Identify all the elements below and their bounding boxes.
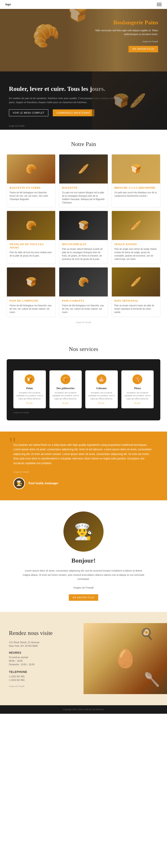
bread-card-image: 🍞 xyxy=(59,211,108,240)
footer: Copyright 2020. Click to edit the Text E… xyxy=(0,705,167,714)
rendez-image: 🥚 🥄 🍳 xyxy=(83,623,167,694)
bread-card-body: Seiglé Danois Pain de seigle avec farine… xyxy=(112,240,160,264)
service-card: 🎂 Gâteaux Excepteur sint occaecat cupida… xyxy=(85,370,118,408)
heures-detail-2: 08:00 – 18:00 xyxy=(9,659,75,663)
bread-card-title: Brioche à la Cardamome xyxy=(115,186,158,190)
testimonial-author: 👨‍🍳 Paul Smith, boulanger xyxy=(13,477,154,489)
hero-title: Boulangerie Pains xyxy=(87,19,158,26)
service-text: Excepteur sint occaecat cupidatat non pr… xyxy=(88,391,115,401)
dark-banner-credit: Image de Freepik xyxy=(9,125,25,127)
hero-cta-button[interactable]: EN SAVOIR PLUS xyxy=(128,46,158,53)
service-icon: 🥐 xyxy=(60,374,70,384)
bread-card-image: 🍞 xyxy=(112,154,160,184)
bread-card-image: 🥐 xyxy=(7,211,55,240)
telephone-2: 1 (234) 567-891 xyxy=(9,678,75,682)
quote-mark: " xyxy=(9,438,16,449)
bread-card: 🥐 Pain Ciabatta Farine de blé biologique… xyxy=(59,267,108,317)
bonjour-credit: Images de Freepik xyxy=(21,586,146,590)
service-link[interactable]: PLUS xyxy=(124,402,151,404)
bread-card-image: 🥖 xyxy=(59,154,108,184)
nos-services-title: Nos services xyxy=(7,346,160,352)
testimonial-section: " Our pastries are baked fresh on a dail… xyxy=(0,432,167,500)
service-card: 🍕 Pizza Excepteur sint occaecat cupidata… xyxy=(121,370,154,408)
rendez-right: 🥚 🥄 🍳 xyxy=(83,623,167,694)
service-icon: 🍕 xyxy=(132,374,142,384)
bread-card-text: Un petit pain sucré très élastique non d… xyxy=(115,191,158,197)
bread-card-title: Baguette xyxy=(62,186,105,190)
bread-card: 🥖 Seiglé Danois Pain de seigle avec fari… xyxy=(112,211,160,264)
service-title: Gâteaux xyxy=(88,386,115,390)
testimonial-credit: Image de Freepik xyxy=(13,471,154,473)
author-name: Paul Smith, boulanger xyxy=(29,482,58,485)
bread-card-text: Farine de blé biologique non blanchie, l… xyxy=(9,191,52,201)
dark-banner-section: 🍞🥖 Rouler, lever et cuire. Tous les jour… xyxy=(0,71,167,130)
notre-pain-credit: Image de Freepik xyxy=(7,321,160,323)
services-background: 🍞 Pains Excepteur sint occaecat cupidata… xyxy=(7,359,160,421)
bread-card: 🍞 Multicéréales Pain au levain naturel f… xyxy=(59,211,108,264)
bread-card-body: Pain Ciabatta Farine de blé biologique n… xyxy=(59,297,108,316)
service-text: Excepteur sint occaecat cupidatat non pr… xyxy=(124,391,151,401)
service-link[interactable]: PLUS xyxy=(88,402,115,404)
bread-card: 🥖 Baguette Ce pain est son naturel désig… xyxy=(59,154,108,207)
services-credit: Image de Freepik xyxy=(13,411,154,414)
services-grid: 🍞 Pains Excepteur sint occaecat cupidata… xyxy=(13,370,154,408)
service-icon: 🍞 xyxy=(25,374,35,384)
bread-card-title: Pain Artisanal xyxy=(115,299,158,303)
bonjour-title: Bonjour! xyxy=(21,557,146,564)
service-title: Des pâtisseries xyxy=(52,386,79,390)
bread-card-title: Pain de Campagne xyxy=(9,299,52,303)
rendez-visite-section: Rendez nous visite 121 Rock Street, 21 A… xyxy=(0,612,167,705)
bread-card-image: 🥐 xyxy=(59,268,108,297)
rendez-inner: Rendez nous visite 121 Rock Street, 21 A… xyxy=(0,623,167,694)
bread-card-text: Farine de blé biologique non blanchie, e… xyxy=(9,304,52,314)
author-info: Paul Smith, boulanger xyxy=(29,482,58,485)
service-link[interactable]: PLUS xyxy=(16,402,43,404)
telephone-label: TELEPHONE xyxy=(9,671,75,674)
order-now-button[interactable]: COMMANDEZ MAINTENANT xyxy=(53,110,94,116)
bread-card: 🥐 Baguette en verre Farine de blé biolog… xyxy=(7,154,55,207)
bonjour-cta-button[interactable]: EN SAVOIR PLUS xyxy=(69,594,98,601)
bread-card-image: 🍞 xyxy=(7,268,55,297)
hero-content: Boulangerie Pains Nibh venenatis sed fel… xyxy=(87,19,158,52)
bread-card-text: Ce pain est son naturel désigné est la p… xyxy=(62,191,105,204)
bread-card-body: Français de Tous les Jours Pain de table… xyxy=(7,240,55,260)
bread-card-text: Farine de blé biologique non blanchie, e… xyxy=(62,304,105,314)
hero-description: Nibh venenatis sed felis eget velit aliq… xyxy=(87,29,158,36)
notre-pain-title: Notre Pain xyxy=(7,141,160,148)
notre-pain-section: Notre Pain 🥐 Baguette en verre Farine de… xyxy=(0,130,167,335)
hamburger-menu[interactable] xyxy=(157,3,162,6)
bread-card-body: Baguette Ce pain est son naturel désigné… xyxy=(59,184,108,207)
bread-card-body: Pain de Campagne Farine de blé biologiqu… xyxy=(7,297,55,316)
service-icon: 🎂 xyxy=(97,374,107,384)
bread-card-text: Pain au levain naturel fabriqué à partir… xyxy=(62,247,105,261)
footer-text: Copyright 2020. Click to edit the Text E… xyxy=(7,708,160,711)
bread-card-image: 🥐 xyxy=(7,154,55,184)
bread-card-image: 🥖 xyxy=(112,268,160,297)
service-card: 🥐 Des pâtisseries Excepteur sint occaeca… xyxy=(49,370,82,408)
rendez-credit: Image de Freepik xyxy=(9,685,75,687)
dark-banner-image: 🍞🥖 xyxy=(92,71,167,130)
bread-card: 🥖 Pain Artisanal Pain au levain naturel … xyxy=(112,267,160,317)
bonjour-text: Lorem ipsum dolor sit amet, consectetur … xyxy=(21,569,146,581)
hero-bread-image: 🥐 🍞 xyxy=(0,0,92,71)
bread-card: 🥐 Français de Tous les Jours Pain de tab… xyxy=(7,211,55,264)
bonjour-section: 👨‍🍳 Bonjour! Lorem ipsum dolor sit amet,… xyxy=(0,500,167,612)
heures-detail-1: Du lundi au samedi xyxy=(9,656,75,659)
rendez-address-1: 121 Rock Street, 21 Avenue xyxy=(9,641,75,644)
bread-card-title: Baguette en verre xyxy=(9,186,52,190)
view-menu-button[interactable]: VOIR LE MENU COMPLET xyxy=(9,110,48,116)
navbar: logo xyxy=(0,0,167,9)
testimonial-text: Our pastries are baked fresh on a daily … xyxy=(13,443,154,465)
nos-services-section: Nos services 🍞 Pains Excepteur sint occa… xyxy=(0,335,167,432)
bread-card-text: Pain de seigle avec farine de seigle réa… xyxy=(115,247,158,261)
heures-detail-3: Dimanche : 10:00 – 16:00 xyxy=(9,663,75,666)
service-title: Pizza xyxy=(124,386,151,390)
service-text: Excepteur sint occaecat cupidatat non pr… xyxy=(16,391,43,401)
bread-card-body: Baguette en verre Farine de blé biologiq… xyxy=(7,184,55,204)
bread-card-text: Pain au levain naturel à base de pâte de… xyxy=(115,304,158,314)
bread-card-title: Seiglé Danois xyxy=(115,243,158,246)
service-link[interactable]: PLUS xyxy=(52,402,79,404)
service-text: Excepteur sint occaecat cupidatat non pr… xyxy=(52,391,79,401)
bonjour-photo: 👨‍🍳 xyxy=(64,512,103,552)
bread-card: 🍞 Pain de Campagne Farine de blé biologi… xyxy=(7,267,55,317)
